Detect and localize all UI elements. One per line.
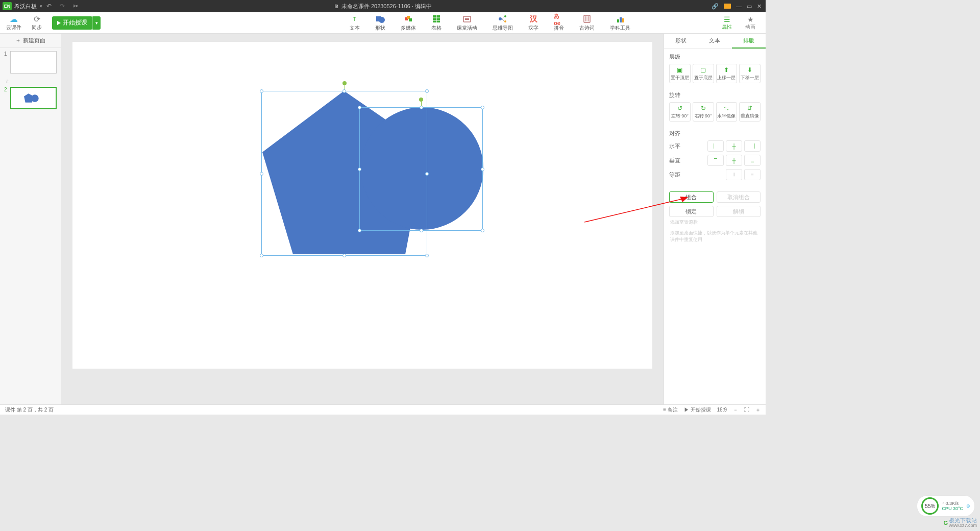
- sync-button[interactable]: ⟳ 同步: [32, 14, 42, 31]
- hint-desc: 添加至桌面快捷，以便作为单个元素在其他课件中重复使用: [669, 228, 761, 245]
- animation-tab[interactable]: ★动画: [745, 15, 755, 31]
- slide-2[interactable]: 2: [0, 84, 61, 112]
- slide-number: 2: [4, 87, 8, 92]
- aspect-ratio-button[interactable]: 16:9: [717, 407, 727, 413]
- svg-point-12: [504, 15, 506, 17]
- undo-icon[interactable]: ↶: [46, 3, 52, 10]
- distribute-h-button[interactable]: ⫴: [726, 169, 742, 180]
- move-down-button[interactable]: ⬇下移一层: [739, 64, 761, 83]
- slide-thumb-2: [10, 87, 57, 109]
- resize-handle[interactable]: [342, 89, 346, 93]
- properties-panel: 形状 文本 排版 层级 ▣置于顶层 ▢置于底层 ⬆上移一层 ⬇下移一层 旋转 ↺…: [664, 34, 766, 404]
- zoom-out-button[interactable]: －: [733, 406, 738, 414]
- fit-button[interactable]: ⛶: [744, 407, 749, 413]
- resize-handle[interactable]: [420, 229, 423, 232]
- cut-icon[interactable]: ✂: [73, 3, 78, 10]
- align-middle-button[interactable]: ┼: [726, 155, 742, 166]
- align-left-button[interactable]: ⎸: [707, 140, 724, 152]
- tool-table[interactable]: 表格: [431, 14, 442, 32]
- start-class-button[interactable]: 开始授课: [52, 16, 92, 30]
- unlock-button[interactable]: 解锁: [717, 206, 761, 217]
- flip-vertical-button[interactable]: ⇵垂直镜像: [739, 102, 761, 122]
- mail-icon[interactable]: [724, 4, 731, 9]
- rotate-left-icon: ↺: [677, 105, 682, 112]
- page-indicator: 课件 第 2 页，共 2 页: [5, 406, 54, 414]
- start-class-status-button[interactable]: ▶ 开始授课: [684, 406, 711, 414]
- activity-icon: [462, 14, 472, 24]
- new-page-button[interactable]: ＋ 新建页面: [0, 34, 61, 48]
- align-bottom-button[interactable]: ⎽: [744, 155, 761, 166]
- notes-button[interactable]: ≡ 备注: [663, 406, 678, 414]
- resize-handle[interactable]: [260, 172, 263, 176]
- tool-poem[interactable]: 古诗词: [579, 14, 595, 32]
- resize-handle[interactable]: [260, 254, 263, 257]
- resize-handle[interactable]: [425, 89, 429, 93]
- cloud-courseware[interactable]: ☁ 云课件: [6, 14, 21, 31]
- share-icon[interactable]: 🔗: [712, 3, 719, 10]
- resize-handle[interactable]: [420, 106, 423, 109]
- resize-handle[interactable]: [358, 106, 361, 109]
- start-class-label: 开始授课: [63, 18, 87, 27]
- resize-handle[interactable]: [481, 106, 484, 109]
- back-icon: ▢: [700, 66, 706, 74]
- play-icon: [57, 21, 61, 25]
- app-badge-icon: EN: [3, 2, 12, 10]
- rotation-handle[interactable]: [419, 98, 423, 102]
- tab-layout[interactable]: 排版: [732, 34, 766, 49]
- tool-subject[interactable]: 学科工具: [610, 14, 630, 32]
- align-center-button[interactable]: ┼: [726, 140, 742, 152]
- svg-point-24: [31, 94, 39, 102]
- minimize-icon[interactable]: —: [736, 3, 742, 9]
- slide-panel: ＋ 新建页面 1 ☆ 2: [0, 34, 61, 404]
- tool-pinyin[interactable]: あoe拼音: [554, 14, 564, 32]
- redo-icon[interactable]: ↷: [60, 3, 65, 10]
- maximize-icon[interactable]: ▭: [747, 3, 752, 10]
- move-up-button[interactable]: ⬆上移一层: [716, 64, 738, 83]
- svg-rect-10: [465, 18, 469, 20]
- close-icon[interactable]: ✕: [757, 3, 762, 10]
- tab-shape[interactable]: 形状: [664, 34, 698, 49]
- ungroup-button[interactable]: 取消组合: [717, 191, 761, 203]
- resize-handle[interactable]: [260, 89, 263, 93]
- tool-hanzi[interactable]: 汉汉字: [528, 14, 538, 32]
- resize-handle[interactable]: [342, 254, 346, 257]
- bring-to-front-button[interactable]: ▣置于顶层: [669, 64, 691, 83]
- star-icon[interactable]: ☆: [5, 79, 9, 84]
- distribute-v-button[interactable]: ≡: [744, 169, 761, 180]
- rotate-right-button[interactable]: ↻右转 90°: [693, 102, 714, 122]
- zoom-in-button[interactable]: ＋: [755, 406, 761, 414]
- tab-text[interactable]: 文本: [698, 34, 731, 49]
- canvas-stage[interactable]: [61, 34, 664, 404]
- tool-shape[interactable]: 形状: [375, 14, 385, 32]
- tool-activity[interactable]: 课堂活动: [457, 14, 477, 32]
- lock-button[interactable]: 锁定: [669, 206, 714, 217]
- tool-multimedia[interactable]: 多媒体: [401, 14, 416, 32]
- app-dropdown-icon[interactable]: ▾: [40, 4, 42, 9]
- sync-icon: ⟳: [34, 14, 40, 24]
- align-right-button[interactable]: ⎹: [744, 140, 761, 152]
- svg-rect-4: [409, 18, 412, 21]
- send-to-back-button[interactable]: ▢置于底层: [693, 64, 714, 83]
- resize-handle[interactable]: [481, 167, 484, 171]
- align-top-button[interactable]: ⎺: [707, 155, 724, 166]
- main-area: ＋ 新建页面 1 ☆ 2: [0, 34, 766, 404]
- tool-text[interactable]: T文本: [350, 14, 360, 32]
- group-button[interactable]: 组合: [669, 191, 714, 203]
- resize-handle[interactable]: [358, 167, 361, 171]
- properties-tab[interactable]: ☰属性: [722, 15, 732, 31]
- resize-handle[interactable]: [425, 254, 429, 257]
- properties-icon: ☰: [724, 15, 730, 23]
- resize-handle[interactable]: [481, 229, 484, 232]
- rotation-handle[interactable]: [342, 81, 347, 85]
- resize-handle[interactable]: [358, 229, 361, 232]
- tool-mindmap[interactable]: 思维导图: [493, 14, 513, 32]
- svg-point-11: [499, 17, 502, 20]
- canvas[interactable]: [72, 42, 652, 369]
- flip-horizontal-button[interactable]: ⇋水平镜像: [716, 102, 738, 122]
- rotate-left-button[interactable]: ↺左转 90°: [669, 102, 691, 122]
- hint-add-resource: 添加至资源栏: [669, 217, 761, 228]
- start-class-dropdown[interactable]: ▾: [92, 16, 101, 30]
- slide-1[interactable]: 1: [0, 48, 61, 77]
- vertical-label: 垂直: [669, 157, 680, 164]
- shape-icon: [375, 14, 385, 24]
